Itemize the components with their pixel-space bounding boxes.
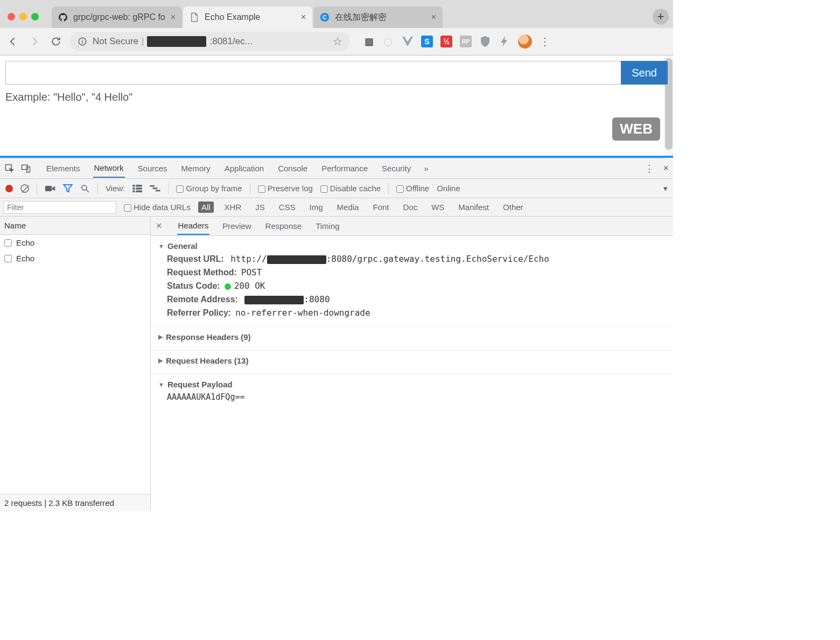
expand-icon[interactable]: ▶	[158, 333, 163, 340]
bookmark-icon[interactable]: ☆	[333, 35, 342, 48]
tab-console[interactable]: Console	[277, 159, 309, 177]
tab-sources[interactable]: Sources	[137, 159, 169, 177]
network-toolbar: View: Group by frame Preserve log Disabl…	[0, 179, 673, 198]
section-response-headers[interactable]: ▶Response Headers (9)	[151, 327, 673, 351]
search-icon[interactable]	[80, 184, 90, 193]
menu-button[interactable]: ⋮	[540, 35, 550, 48]
devtools: Elements Network Sources Memory Applicat…	[0, 158, 673, 511]
detail-tab-headers[interactable]: Headers	[177, 217, 210, 235]
shield-icon[interactable]	[479, 36, 491, 47]
spinner-icon[interactable]: ◯	[382, 36, 394, 47]
tab-memory[interactable]: Memory	[180, 159, 212, 177]
request-list-header: Name	[0, 217, 150, 235]
request-row[interactable]: Echo	[0, 235, 150, 251]
maximize-window-button[interactable]	[31, 13, 39, 20]
section-title-text: Response Headers (9)	[166, 332, 251, 342]
settings-icon[interactable]: ⋮	[645, 163, 654, 175]
network-body: Name Echo Echo 2 requests | 2.3 KB trans…	[0, 217, 673, 511]
filter-input[interactable]	[3, 201, 116, 214]
detail-tab-response[interactable]: Response	[264, 218, 303, 234]
message-input[interactable]	[5, 61, 621, 85]
close-icon[interactable]: ×	[431, 12, 436, 22]
tab-network[interactable]: Network	[93, 159, 125, 178]
collapse-icon[interactable]: ▼	[158, 243, 164, 249]
value: POST	[241, 267, 262, 277]
close-icon[interactable]: ×	[171, 12, 176, 22]
collapse-icon[interactable]: ▼	[158, 381, 164, 388]
ext-bolt-icon[interactable]	[499, 36, 510, 47]
request-url-value: http://:8080/grpc.gateway.testing.EchoSe…	[230, 254, 549, 264]
filter-css[interactable]: CSS	[276, 201, 299, 213]
tab-application[interactable]: Application	[223, 159, 265, 177]
reload-button[interactable]	[48, 34, 64, 49]
close-window-button[interactable]	[8, 13, 15, 20]
close-detail-icon[interactable]: ×	[156, 220, 162, 232]
clear-button[interactable]	[20, 184, 29, 193]
ext-z-icon[interactable]: ½	[440, 36, 452, 47]
filter-all[interactable]: All	[198, 201, 214, 213]
svg-text:C: C	[323, 14, 327, 20]
expand-icon[interactable]: ▶	[158, 357, 163, 364]
tab-echo-example[interactable]: Echo Example ×	[183, 6, 312, 28]
device-icon[interactable]	[20, 163, 31, 174]
tab-performance[interactable]: Performance	[320, 159, 369, 177]
value: 200 OK	[234, 281, 265, 291]
group-by-frame-checkbox[interactable]: Group by frame	[176, 184, 242, 193]
address-bar[interactable]: Not Secure | :8081/ec... ☆	[70, 32, 350, 51]
detail-tab-timing[interactable]: Timing	[314, 218, 340, 234]
detail-tab-preview[interactable]: Preview	[221, 218, 252, 234]
close-devtools-icon[interactable]: ×	[663, 163, 669, 174]
close-icon[interactable]: ×	[301, 12, 306, 22]
checkbox[interactable]	[4, 255, 12, 262]
minimize-window-button[interactable]	[19, 13, 27, 20]
offline-checkbox[interactable]: Offline	[396, 184, 429, 193]
filter-img[interactable]: Img	[306, 201, 326, 213]
svg-point-4	[82, 39, 83, 40]
tab-elements[interactable]: Elements	[45, 159, 81, 177]
forward-button[interactable]	[27, 34, 42, 49]
filter-font[interactable]: Font	[369, 201, 392, 213]
filter-manifest[interactable]: Manifest	[455, 201, 492, 213]
chevron-down-icon[interactable]: ▾	[663, 184, 668, 193]
svg-point-9	[82, 185, 87, 190]
page-content: Send Example: "Hello", "4 Hello" WEB	[0, 55, 673, 158]
vue-icon[interactable]	[402, 36, 414, 47]
filter-ws[interactable]: WS	[428, 201, 447, 213]
more-tabs-icon[interactable]: »	[424, 164, 428, 173]
separator	[388, 183, 389, 194]
section-title-text: Request Payload	[167, 380, 233, 389]
url-suffix: :8081/ec...	[209, 36, 252, 47]
tab-crypto[interactable]: C 在线加密解密 ×	[313, 6, 443, 28]
checkbox[interactable]	[4, 239, 12, 247]
web-badge: WEB	[612, 117, 660, 141]
window-controls	[8, 13, 39, 20]
svg-rect-14	[136, 187, 142, 190]
section-request-headers[interactable]: ▶Request Headers (13)	[151, 351, 673, 374]
filter-other[interactable]: Other	[500, 201, 527, 213]
waterfall-icon[interactable]	[150, 185, 160, 192]
record-button[interactable]	[5, 185, 13, 192]
throttling-select[interactable]: Online	[437, 184, 460, 193]
disable-cache-checkbox[interactable]: Disable cache	[320, 184, 381, 193]
camera-icon[interactable]	[45, 185, 55, 192]
tab-grpc-web[interactable]: grpc/grpc-web: gRPC fo ×	[52, 6, 182, 28]
filter-doc[interactable]: Doc	[400, 201, 421, 213]
request-row[interactable]: Echo	[0, 251, 150, 266]
filter-media[interactable]: Media	[334, 201, 362, 213]
ext-rp-icon[interactable]: RP	[460, 36, 472, 47]
ext-s-icon[interactable]: S	[421, 36, 433, 47]
tab-security[interactable]: Security	[381, 159, 412, 177]
filter-xhr[interactable]: XHR	[221, 201, 245, 213]
send-button[interactable]: Send	[621, 61, 668, 85]
large-rows-icon[interactable]	[132, 185, 142, 192]
new-tab-button[interactable]: +	[653, 9, 669, 25]
back-button[interactable]	[5, 34, 20, 49]
filter-icon[interactable]	[63, 184, 73, 193]
hide-data-urls-checkbox[interactable]: Hide data URLs	[124, 203, 191, 212]
qr-icon[interactable]: ▩	[363, 36, 375, 47]
inspect-icon[interactable]	[4, 163, 15, 174]
svg-rect-19	[156, 190, 160, 191]
preserve-log-checkbox[interactable]: Preserve log	[258, 184, 313, 193]
profile-avatar[interactable]	[518, 34, 532, 48]
filter-js[interactable]: JS	[252, 201, 268, 213]
